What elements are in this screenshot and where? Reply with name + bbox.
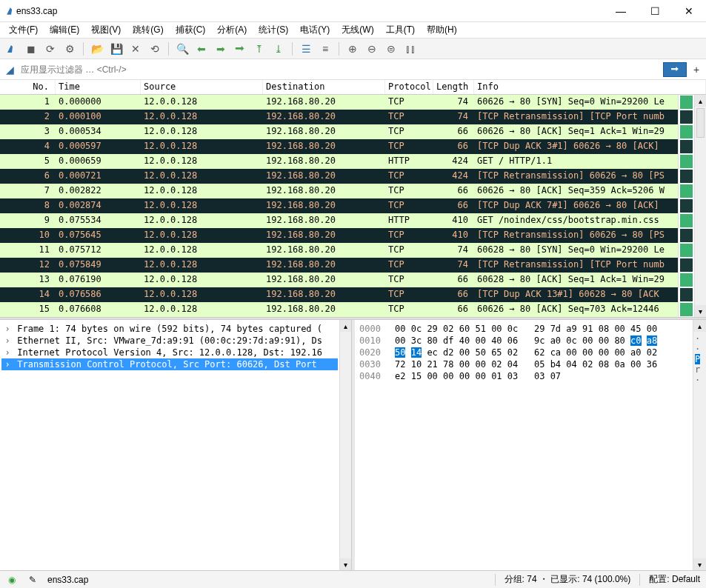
protocol-tree-item[interactable]: › Ethernet II, Src: VMware_7d:a9:91 (00:… bbox=[1, 335, 338, 347]
restart-capture-icon[interactable]: ⟳ bbox=[43, 41, 58, 56]
bookmark-filter-icon[interactable]: ◢ bbox=[3, 63, 16, 76]
packet-row[interactable]: 130.07619012.0.0.128192.168.80.20TCP6660… bbox=[0, 273, 678, 287]
packet-row[interactable]: 70.00282212.0.0.128192.168.80.20TCP66606… bbox=[0, 184, 678, 198]
apply-filter-button[interactable]: ⮕ bbox=[663, 62, 687, 77]
menu-capture[interactable]: 捕获(C) bbox=[171, 22, 210, 38]
status-packet-count: 分组: 74 ・ 已显示: 74 (100.0%) bbox=[504, 573, 631, 586]
packet-map-gutter[interactable] bbox=[678, 95, 694, 317]
column-no[interactable]: No. bbox=[0, 80, 56, 94]
app-icon bbox=[6, 6, 16, 16]
menu-file[interactable]: 文件(F) bbox=[4, 22, 42, 38]
save-file-icon[interactable]: 💾 bbox=[109, 41, 124, 56]
scroll-up-icon[interactable]: ▴ bbox=[340, 320, 351, 332]
scroll-down-icon[interactable]: ▾ bbox=[340, 558, 351, 570]
menu-help[interactable]: 帮助(H) bbox=[422, 22, 462, 38]
bytes-scrollbar[interactable]: ▴ · · P r · ▾ bbox=[693, 320, 706, 570]
column-time[interactable]: Time bbox=[56, 80, 141, 94]
minimize-button[interactable]: — bbox=[604, 0, 638, 22]
packet-row[interactable]: 120.07584912.0.0.128192.168.80.20TCP74[T… bbox=[0, 258, 678, 273]
packet-row[interactable]: 100.07564512.0.0.128192.168.80.20TCP410[… bbox=[0, 228, 678, 243]
protocol-tree-item[interactable]: › Transmission Control Protocol, Src Por… bbox=[1, 358, 338, 370]
packet-row[interactable]: 10.00000012.0.0.128192.168.80.20TCP74606… bbox=[0, 95, 678, 110]
packet-row[interactable]: 20.00010012.0.0.128192.168.80.20TCP74[TC… bbox=[0, 110, 678, 124]
go-forward-icon[interactable]: ➡ bbox=[213, 41, 228, 56]
packet-row[interactable]: 80.00287412.0.0.128192.168.80.20TCP66[TC… bbox=[0, 198, 678, 213]
menu-wireless[interactable]: 无线(W) bbox=[337, 22, 378, 38]
packet-list-pane: 10.00000012.0.0.128192.168.80.20TCP74606… bbox=[0, 95, 706, 317]
column-protocol[interactable]: Protocol bbox=[385, 80, 433, 94]
hex-row[interactable]: 000000 0c 29 02 60 51 00 0c 29 7d a9 91 … bbox=[359, 323, 688, 335]
find-packet-icon[interactable]: 🔍 bbox=[175, 41, 190, 56]
zoom-reset-icon[interactable]: ⊜ bbox=[384, 41, 399, 56]
column-length[interactable]: Length bbox=[433, 80, 474, 94]
packet-row[interactable]: 140.07658612.0.0.128192.168.80.20TCP66[T… bbox=[0, 287, 678, 302]
open-file-icon[interactable]: 📂 bbox=[90, 41, 104, 56]
zoom-in-icon[interactable]: ⊕ bbox=[345, 41, 360, 56]
go-to-packet-icon[interactable]: ⮕ bbox=[233, 41, 247, 56]
packet-row[interactable]: 50.00065912.0.0.128192.168.80.20HTTP424G… bbox=[0, 154, 678, 169]
ascii-sidebar-char: · bbox=[695, 375, 705, 385]
packet-row[interactable]: 60.00072112.0.0.128192.168.80.20TCP424[T… bbox=[0, 169, 678, 184]
packet-list-scrollbar[interactable]: ▴ ▾ bbox=[694, 95, 706, 317]
add-filter-expression-button[interactable]: + bbox=[690, 63, 703, 76]
display-filter-input[interactable] bbox=[16, 61, 663, 78]
maximize-button[interactable]: ☐ bbox=[638, 0, 672, 22]
colorize-icon[interactable]: ≡ bbox=[318, 41, 333, 56]
menu-statistics[interactable]: 统计(S) bbox=[254, 22, 293, 38]
column-info[interactable]: Info bbox=[474, 80, 706, 94]
go-back-icon[interactable]: ⬅ bbox=[194, 41, 209, 56]
window-title: ens33.cap bbox=[16, 6, 604, 16]
go-last-icon[interactable]: ⤓ bbox=[271, 41, 286, 56]
hex-row[interactable]: 001000 3c 80 df 40 00 40 06 9c a0 0c 00 … bbox=[359, 335, 688, 347]
status-profile[interactable]: 配置: Default bbox=[649, 573, 700, 586]
auto-scroll-icon[interactable]: ☰ bbox=[299, 41, 313, 56]
ascii-sidebar-char: r bbox=[695, 364, 705, 375]
toolbar-separator bbox=[83, 42, 84, 56]
hex-row[interactable]: 003072 10 21 78 00 00 02 04 05 b4 04 02 … bbox=[359, 358, 688, 370]
start-capture-icon[interactable] bbox=[4, 41, 19, 56]
zoom-out-icon[interactable]: ⊖ bbox=[364, 41, 379, 56]
close-file-icon[interactable]: ✕ bbox=[128, 41, 143, 56]
stop-capture-icon[interactable]: ◼ bbox=[24, 41, 39, 56]
reload-icon[interactable]: ⟲ bbox=[147, 41, 162, 56]
details-scrollbar[interactable]: ▴ ▾ bbox=[339, 320, 351, 570]
menu-edit[interactable]: 编辑(E) bbox=[45, 22, 84, 38]
capture-file-icon[interactable]: ✎ bbox=[27, 574, 39, 586]
scroll-up-icon[interactable]: ▴ bbox=[695, 95, 706, 107]
packet-row[interactable]: 40.00059712.0.0.128192.168.80.20TCP66[TC… bbox=[0, 139, 678, 154]
resize-columns-icon[interactable]: ⫿⫿ bbox=[403, 41, 418, 56]
packet-row[interactable]: 30.00053412.0.0.128192.168.80.20TCP66606… bbox=[0, 124, 678, 139]
hex-row[interactable]: 002050 14 ec d2 00 50 65 02 62 ca 00 00 … bbox=[359, 347, 688, 358]
scroll-thumb[interactable] bbox=[696, 108, 705, 138]
expert-info-icon[interactable]: ◉ bbox=[6, 574, 18, 586]
menu-go[interactable]: 跳转(G) bbox=[128, 22, 167, 38]
go-first-icon[interactable]: ⤒ bbox=[252, 41, 267, 56]
packet-row[interactable]: 110.07571212.0.0.128192.168.80.20TCP7460… bbox=[0, 243, 678, 258]
titlebar: ens33.cap — ☐ ✕ bbox=[0, 0, 706, 22]
scroll-down-icon[interactable]: ▾ bbox=[695, 305, 706, 317]
hex-row[interactable]: 0040e2 15 00 00 00 00 01 03 03 07 bbox=[359, 370, 688, 382]
scroll-down-icon[interactable]: ▾ bbox=[693, 558, 706, 570]
protocol-tree-item[interactable]: › Frame 1: 74 bytes on wire (592 bits), … bbox=[1, 323, 338, 335]
column-destination[interactable]: Destination bbox=[263, 80, 385, 94]
column-source[interactable]: Source bbox=[141, 80, 263, 94]
packet-details-pane: › Frame 1: 74 bytes on wire (592 bits), … bbox=[0, 320, 352, 570]
protocol-tree-item[interactable]: › Internet Protocol Version 4, Src: 12.0… bbox=[1, 347, 338, 358]
menu-analyze[interactable]: 分析(A) bbox=[213, 22, 251, 38]
close-button[interactable]: ✕ bbox=[672, 0, 706, 22]
packet-row[interactable]: 90.07553412.0.0.128192.168.80.20HTTP410G… bbox=[0, 213, 678, 228]
ascii-sidebar-char: P bbox=[695, 354, 705, 364]
menu-tools[interactable]: 工具(T) bbox=[382, 22, 419, 38]
scroll-up-icon[interactable]: ▴ bbox=[693, 320, 706, 332]
ascii-sidebar-char: · bbox=[695, 333, 705, 344]
menu-telephony[interactable]: 电话(Y) bbox=[296, 22, 334, 38]
toolbar-separator bbox=[168, 42, 169, 56]
status-file-name: ens33.cap bbox=[47, 575, 88, 585]
menubar: 文件(F) 编辑(E) 视图(V) 跳转(G) 捕获(C) 分析(A) 统计(S… bbox=[0, 22, 706, 39]
toolbar-separator bbox=[339, 42, 339, 56]
capture-options-icon[interactable]: ⚙ bbox=[62, 41, 77, 56]
packet-bytes-pane: 000000 0c 29 02 60 51 00 0c 29 7d a9 91 … bbox=[355, 320, 706, 570]
toolbar-separator bbox=[292, 42, 293, 56]
packet-row[interactable]: 150.07660812.0.0.128192.168.80.20TCP6660… bbox=[0, 302, 678, 317]
menu-view[interactable]: 视图(V) bbox=[87, 22, 125, 38]
